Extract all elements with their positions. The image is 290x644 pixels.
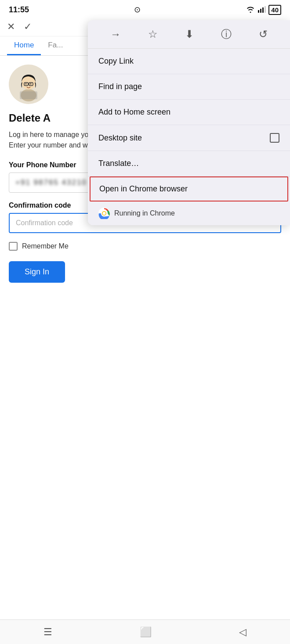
phone-value: +91 98765 43210 [15, 178, 87, 187]
menu-find-in-page[interactable]: Find in page [88, 74, 290, 100]
battery-indicator: 40 [268, 5, 281, 15]
close-button[interactable]: ✕ [7, 21, 15, 32]
running-in-chrome: Running in Chrome [88, 201, 290, 225]
back-icon[interactable]: ◁ [239, 626, 246, 638]
remember-me-label: Remember Me [22, 242, 69, 250]
svg-rect-3 [265, 6, 266, 13]
svg-rect-12 [20, 91, 37, 99]
tab-home[interactable]: Home [7, 36, 41, 55]
avatar [9, 65, 48, 104]
menu-translate[interactable]: Translate… [88, 151, 290, 176]
status-bar: 11:55 ⊙ 40 [0, 0, 290, 18]
sign-in-button[interactable]: Sign In [9, 261, 65, 283]
dropdown-menu: → ☆ ⬇ ⓘ ↺ Copy Link Find in page Add to … [88, 20, 290, 225]
tab-fa[interactable]: Fa... [41, 36, 70, 55]
status-time: 11:55 [9, 5, 29, 14]
menu-desktop-site[interactable]: Desktop site [88, 125, 290, 151]
running-in-chrome-label: Running in Chrome [114, 209, 175, 217]
svg-point-11 [30, 83, 32, 85]
status-icons: 40 [246, 5, 281, 15]
bookmark-icon[interactable]: ☆ [148, 28, 158, 40]
menu-icon[interactable]: ☰ [44, 626, 52, 638]
menu-open-chrome[interactable]: Open in Chrome browser [90, 176, 288, 201]
svg-rect-1 [260, 9, 261, 13]
chrome-logo-icon [98, 208, 110, 219]
check-button[interactable]: ✓ [24, 21, 32, 32]
desktop-site-checkbox[interactable] [270, 133, 279, 143]
download-icon[interactable]: ⬇ [185, 28, 194, 40]
menu-add-home-screen[interactable]: Add to Home screen [88, 100, 290, 125]
signal-icon [258, 6, 266, 14]
whatsapp-icon: ⊙ [134, 5, 141, 14]
bottom-nav: ☰ ⬜ ◁ [0, 619, 290, 644]
svg-rect-0 [258, 10, 259, 13]
svg-point-10 [25, 83, 27, 85]
home-icon[interactable]: ⬜ [140, 626, 152, 638]
svg-point-15 [103, 212, 106, 215]
forward-icon[interactable]: → [110, 28, 121, 40]
wifi-icon [246, 6, 255, 14]
remember-me-checkbox[interactable] [9, 242, 18, 251]
refresh-icon[interactable]: ↺ [259, 28, 268, 40]
remember-me-row: Remember Me [9, 242, 281, 251]
svg-rect-2 [262, 7, 264, 13]
menu-copy-link[interactable]: Copy Link [88, 49, 290, 74]
info-icon[interactable]: ⓘ [221, 27, 232, 41]
dropdown-toolbar: → ☆ ⬇ ⓘ ↺ [88, 20, 290, 49]
